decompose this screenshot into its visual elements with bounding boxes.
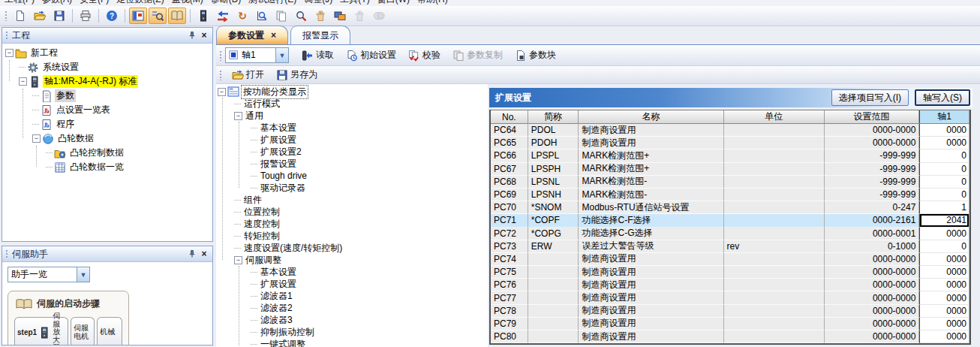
toggle-project-tree-button[interactable] — [149, 8, 167, 24]
menu-item[interactable]: 定位数据(Z) — [116, 0, 164, 6]
tree-item-参数[interactable]: 参数 — [2, 89, 212, 103]
axis-value-cell[interactable]: 0000 — [919, 228, 969, 240]
close-icon[interactable]: × — [271, 30, 276, 41]
print-button[interactable] — [77, 8, 95, 24]
tree-item-报警设置[interactable]: 报警设置 — [216, 158, 488, 170]
menu-item[interactable]: 工具(T) — [340, 0, 369, 6]
axis-value-cell[interactable]: 0000 — [919, 330, 969, 343]
startup-steps-card[interactable]: 伺服的启动步骤 step1伺服放大器伺服电机机械 — [8, 291, 129, 345]
tree-item-速度设置-速度-转矩控制-[interactable]: 速度设置(速度/转矩控制) — [216, 242, 488, 254]
write-selected-items-button[interactable]: 选择项目写入(I) — [831, 89, 909, 106]
image-display-button[interactable] — [331, 8, 349, 24]
rotate-view-button[interactable]: ↻ — [233, 8, 251, 24]
toggle-servo-assistant-button[interactable] — [168, 8, 186, 24]
tree-item-扩展设置[interactable]: 扩展设置 — [216, 278, 488, 290]
axis-value-cell[interactable]: 0000 — [919, 305, 969, 318]
param-row-PC74[interactable]: PC74制造商设置用0000-00000000 — [491, 253, 969, 266]
tree-item-基本设置[interactable]: 基本设置 — [216, 122, 488, 134]
param-row-PC66[interactable]: PC66LPSPLMARK检测范围+-999-9990 — [491, 149, 969, 162]
tree-item-抑制振动控制[interactable]: 抑制振动控制 — [216, 326, 488, 338]
menu-item[interactable]: 参数(A) — [42, 0, 72, 6]
axis-write-button[interactable]: 轴写入(S) — [915, 89, 970, 106]
tree-item-一键式调整[interactable]: 一键式调整 — [216, 338, 488, 347]
expander-icon[interactable]: − — [234, 256, 242, 264]
tree-item-基本设置[interactable]: 基本设置 — [216, 266, 488, 278]
axis-value-cell[interactable]: 0 — [919, 149, 969, 162]
open-project-button[interactable] — [31, 8, 49, 24]
panel-grip[interactable] — [5, 31, 8, 41]
param-row-PC71[interactable]: PC71*COPF功能选择C-F选择0000-21612041 — [491, 214, 969, 227]
axis-select[interactable]: 轴1 — [225, 47, 276, 63]
axis-value-cell[interactable]: 0000 — [919, 124, 969, 137]
step1-servo-amplifier-tab[interactable]: step1伺服放大器 — [14, 317, 68, 345]
tab-报警显示[interactable]: 报警显示 — [290, 26, 350, 44]
tree-item-位置控制[interactable]: 位置控制 — [216, 206, 488, 218]
open-button[interactable]: 打开 — [227, 66, 269, 83]
axis-value-cell[interactable]: 0 — [919, 189, 969, 201]
tree-item-凸轮数据[interactable]: −凸轮数据 — [2, 131, 212, 146]
axis-value-cell[interactable]: 0000 — [919, 253, 969, 266]
expander-icon[interactable]: − — [32, 134, 41, 143]
axis-value-cell[interactable]: 0 — [919, 163, 969, 176]
save-as-button[interactable]: 另存为 — [271, 66, 323, 83]
close-icon[interactable]: × — [198, 249, 210, 260]
tree-item-新工程[interactable]: −新工程 — [2, 46, 212, 60]
tree-item-凸轮数据一览[interactable]: 凸轮数据一览 — [2, 160, 212, 174]
tree-item-速度控制[interactable]: 速度控制 — [216, 218, 488, 230]
machine-tab[interactable]: 机械 — [97, 317, 122, 345]
save-project-button[interactable] — [50, 8, 68, 24]
assistant-list-select[interactable]: 助手一览 ▼ — [8, 267, 90, 282]
tree-item-系统设置[interactable]: 系统设置 — [2, 60, 212, 74]
tree-item-轴1-MR-J4-A-RJ-标准[interactable]: −轴1:MR-J4-A(-RJ) 标准 — [2, 74, 212, 89]
tree-item-按功能分类显示[interactable]: −按功能分类显示 — [216, 86, 488, 98]
chevron-down-icon[interactable]: ▼ — [276, 47, 289, 63]
menu-item[interactable]: 窗口(W) — [377, 0, 410, 6]
param-row-PC68[interactable]: PC68LPSNLMARK检测范围--999-9990 — [491, 176, 969, 189]
read-button[interactable]: 读取 — [296, 47, 339, 64]
tree-item-扩展设置[interactable]: 扩展设置 — [216, 134, 488, 146]
copy-tool-button[interactable] — [272, 8, 290, 24]
axis-value-cell[interactable]: 0000 — [919, 137, 969, 149]
pin-icon[interactable] — [186, 30, 198, 41]
initial-setting-button[interactable]: 初始设置 — [341, 47, 401, 64]
verify-button[interactable]: 校验 — [403, 47, 446, 64]
param-block-button[interactable]: 参数块 — [510, 47, 561, 64]
menu-item[interactable]: 测试运行(E) — [248, 0, 296, 6]
param-row-PC77[interactable]: PC77制造商设置用0000-00000000 — [491, 291, 969, 304]
param-row-PC70[interactable]: PC70*SNOMModbus-RTU通信站号设置0-2471 — [491, 201, 969, 214]
axis-value-cell[interactable]: 0000 — [919, 318, 969, 330]
panel-grip[interactable] — [5, 249, 8, 259]
param-row-PC65[interactable]: PC65PDOH制造商设置用0000-00000000 — [491, 137, 969, 149]
tree-item-滤波器3[interactable]: 滤波器3 — [216, 314, 488, 326]
axis-value-cell[interactable]: 2041 — [919, 214, 969, 227]
tree-item-伺服调整[interactable]: −伺服调整 — [216, 254, 488, 266]
new-project-button[interactable] — [11, 8, 29, 24]
pin-icon[interactable] — [186, 249, 198, 260]
hand-tool-button[interactable] — [311, 8, 329, 24]
param-row-PC64[interactable]: PC64PDOL制造商设置用0000-00000000 — [491, 124, 969, 137]
axis-value-cell[interactable]: 0000 — [919, 279, 969, 291]
param-row-PC80[interactable]: PC80制造商设置用0000-00000000 — [491, 330, 969, 343]
axis-value-cell[interactable]: 0000 — [919, 291, 969, 304]
graph-zoom-button[interactable] — [253, 8, 271, 24]
tree-item-Tough-drive[interactable]: Tough drive — [216, 170, 488, 182]
param-row-PC75[interactable]: PC75制造商设置用0000-00000000 — [491, 266, 969, 279]
axis-value-cell[interactable]: 0000 — [919, 266, 969, 279]
param-row-PC72[interactable]: PC72*COPG功能选择C-G选择0000-00010000 — [491, 228, 969, 240]
tree-item-点设置一览表[interactable]: 点设置一览表 — [2, 103, 212, 117]
tree-item-凸轮控制数据[interactable]: 凸轮控制数据 — [2, 146, 212, 160]
menu-item[interactable]: 诊断(D) — [211, 0, 242, 6]
expander-icon[interactable]: − — [19, 77, 27, 86]
tree-item-程序[interactable]: 程序 — [2, 117, 212, 131]
axis-value-cell[interactable]: 0 — [919, 240, 969, 253]
expander-icon[interactable]: − — [218, 88, 226, 96]
param-row-PC76[interactable]: PC76制造商设置用0000-00000000 — [491, 279, 969, 291]
tree-item-运行模式[interactable]: 运行模式 — [216, 98, 488, 110]
axis-value-cell[interactable]: 0 — [919, 176, 969, 189]
param-row-PC78[interactable]: PC78制造商设置用0000-00000000 — [491, 305, 969, 318]
param-row-PC73[interactable]: PC73ERW误差过大警告等级rev0-10000 — [491, 240, 969, 253]
menu-item[interactable]: 调整(J) — [304, 0, 332, 6]
tab-参数设置[interactable]: 参数设置× — [216, 26, 288, 44]
chevron-down-icon[interactable]: ▼ — [77, 267, 89, 282]
expander-icon[interactable]: − — [5, 49, 14, 57]
